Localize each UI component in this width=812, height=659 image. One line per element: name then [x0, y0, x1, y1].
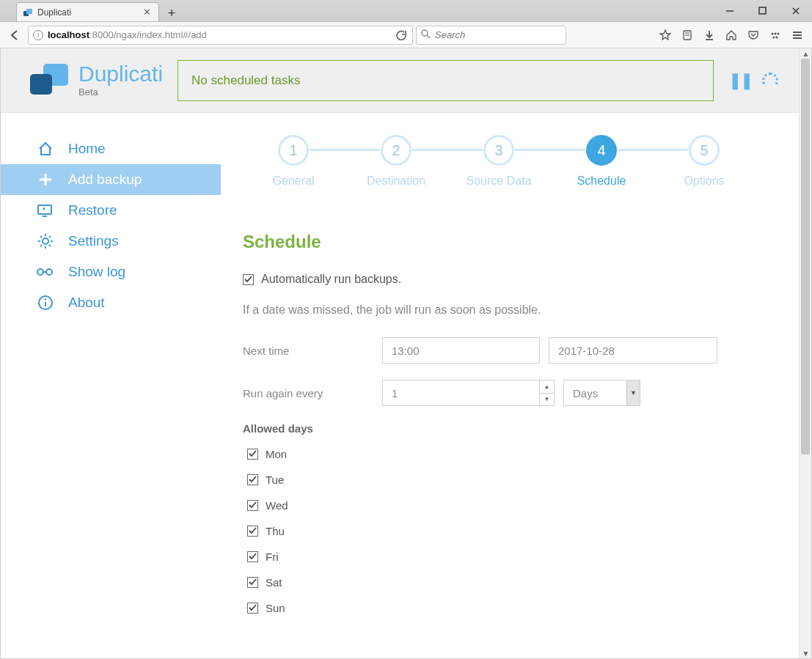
day-row-tue: Tue	[247, 474, 755, 486]
svg-point-33	[37, 269, 43, 275]
svg-point-24	[43, 238, 48, 244]
next-date-input[interactable]	[549, 337, 717, 364]
search-input[interactable]	[435, 29, 561, 40]
favicon-icon	[23, 7, 33, 18]
library-icon[interactable]	[677, 25, 698, 45]
day-row-mon: Mon	[247, 448, 755, 460]
wizard-stepper: 1General 2Destination 3Source Data 4Sche…	[264, 135, 734, 188]
step-destination[interactable]: 2Destination	[367, 135, 425, 188]
app-header: Duplicati Beta No scheduled tasks ❚❚	[1, 48, 799, 113]
search-icon	[421, 29, 431, 41]
window-minimize-button[interactable]	[713, 0, 746, 21]
vertical-scrollbar[interactable]: ▲ ▼	[799, 48, 811, 658]
svg-line-30	[49, 245, 51, 246]
url-text: localhost:8000/ngax/index.html#/add	[48, 29, 207, 40]
day-checkbox-thu[interactable]	[247, 526, 258, 537]
step-connector	[515, 149, 585, 151]
step-source[interactable]: 3Source Data	[469, 135, 528, 188]
scroll-down-icon[interactable]: ▼	[800, 648, 812, 658]
step-general[interactable]: 1General	[264, 135, 323, 188]
spin-down-icon[interactable]: ▼	[540, 394, 554, 406]
number-spinner[interactable]: ▲▼	[539, 380, 554, 405]
site-info-icon[interactable]: i	[33, 30, 43, 40]
svg-point-12	[772, 32, 774, 34]
brand[interactable]: Duplicati Beta	[30, 63, 163, 97]
pocket-icon[interactable]	[743, 25, 764, 45]
sidebar-item-label: Home	[68, 141, 106, 157]
sidebar-item-restore[interactable]: Restore	[1, 195, 221, 226]
address-bar[interactable]: i localhost:8000/ngax/index.html#/add	[28, 26, 413, 45]
search-bar[interactable]	[416, 26, 566, 45]
svg-point-13	[775, 32, 777, 34]
sidebar-item-label: Add backup	[68, 172, 142, 188]
window-maximize-button[interactable]	[746, 0, 779, 21]
sidebar-item-label: Show log	[68, 264, 125, 280]
schedule-hint: If a date was missed, the job will run a…	[243, 303, 755, 317]
sidebar-item-log[interactable]: Show log	[1, 257, 221, 287]
window-close-button[interactable]	[779, 0, 812, 21]
sidebar-item-label: Settings	[68, 233, 119, 249]
sidebar-item-label: Restore	[68, 202, 117, 218]
day-checkbox-sun[interactable]	[247, 603, 258, 614]
day-label: Wed	[266, 499, 288, 512]
home-icon	[36, 139, 55, 158]
tab-close-icon[interactable]: ✕	[141, 7, 153, 18]
repeat-value-input[interactable]	[382, 380, 555, 406]
brand-subtitle: Beta	[78, 86, 163, 97]
sidebar-item-add-backup[interactable]: Add backup	[1, 164, 221, 195]
svg-line-7	[427, 35, 430, 38]
chevron-down-icon[interactable]: ▼	[626, 380, 640, 405]
day-checkbox-mon[interactable]	[247, 449, 258, 460]
brand-name: Duplicati	[78, 63, 163, 85]
next-time-input[interactable]	[382, 337, 540, 364]
step-connector	[310, 149, 380, 151]
menu-icon[interactable]	[787, 25, 808, 45]
day-checkbox-wed[interactable]	[247, 500, 258, 511]
sidebar-item-about[interactable]: About	[1, 287, 221, 318]
step-schedule[interactable]: 4Schedule	[572, 135, 631, 188]
scroll-up-icon[interactable]: ▲	[800, 48, 812, 59]
day-label: Sun	[266, 602, 285, 614]
info-icon	[36, 293, 55, 312]
svg-point-14	[778, 32, 780, 34]
day-checkbox-fri[interactable]	[247, 551, 258, 562]
extension-icon[interactable]	[765, 25, 786, 45]
repeat-label: Run again every	[243, 387, 382, 400]
sidebar: Home Add backup Restore Settings Show lo…	[1, 113, 221, 658]
throttle-icon[interactable]	[762, 73, 778, 89]
window-titlebar: Duplicati ✕ +	[0, 0, 812, 22]
sidebar-item-home[interactable]: Home	[1, 133, 221, 164]
new-tab-button[interactable]: +	[162, 5, 181, 21]
day-checkbox-tue[interactable]	[247, 474, 258, 485]
log-icon	[36, 262, 55, 281]
auto-run-row: Automatically run backups.	[243, 273, 755, 286]
svg-point-37	[45, 298, 47, 301]
brand-logo-icon	[30, 64, 68, 97]
svg-point-16	[776, 36, 778, 38]
step-connector	[412, 149, 483, 151]
day-row-thu: Thu	[247, 525, 755, 537]
day-row-sat: Sat	[247, 576, 755, 589]
home-icon[interactable]	[721, 25, 742, 45]
step-connector	[618, 149, 688, 151]
next-time-row: Next time	[243, 337, 755, 364]
next-time-label: Next time	[243, 345, 382, 357]
gear-icon	[36, 232, 55, 251]
day-label: Tue	[266, 474, 284, 486]
step-options[interactable]: 5Options	[675, 135, 734, 188]
repeat-row: Run again every ▲▼ ▼	[243, 380, 755, 406]
day-checkbox-sat[interactable]	[247, 577, 258, 588]
auto-run-checkbox[interactable]	[243, 274, 254, 285]
pause-icon[interactable]: ❚❚	[728, 71, 752, 90]
back-button[interactable]	[4, 25, 25, 45]
browser-tab-duplicati[interactable]: Duplicati ✕	[16, 2, 159, 21]
day-row-fri: Fri	[247, 551, 755, 563]
sidebar-item-settings[interactable]: Settings	[1, 226, 221, 257]
spin-up-icon[interactable]: ▲	[540, 380, 554, 394]
downloads-icon[interactable]	[699, 25, 720, 45]
sidebar-item-label: About	[68, 295, 105, 311]
scroll-thumb[interactable]	[801, 59, 810, 454]
reload-icon[interactable]	[395, 29, 408, 42]
bookmark-star-icon[interactable]	[655, 25, 676, 45]
browser-toolbar: i localhost:8000/ngax/index.html#/add	[0, 22, 812, 48]
